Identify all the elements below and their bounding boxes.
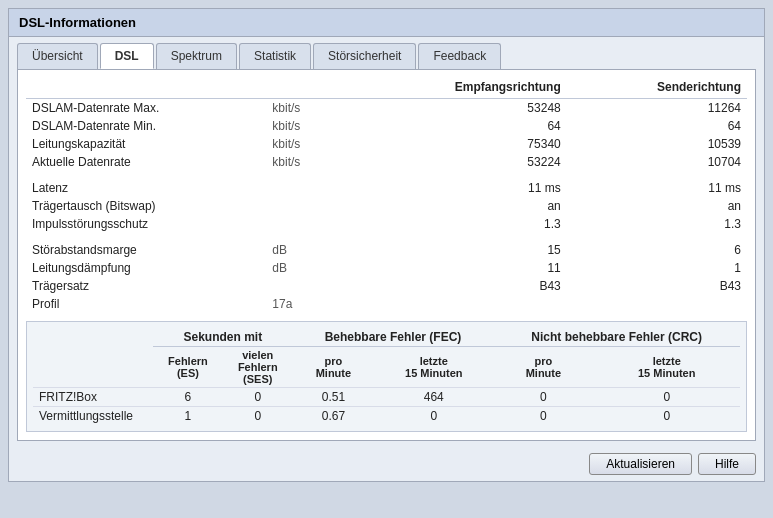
- section-gap: [26, 233, 747, 241]
- tab-bar: Übersicht DSL Spektrum Statistik Störsic…: [9, 37, 764, 69]
- bottom-table-row: FRITZ!Box 6 0 0.51 464 0 0: [33, 388, 740, 407]
- bottom-stats-wrapper: Sekunden mit Behebbare Fehler (FEC) Nich…: [26, 321, 747, 432]
- table-row: Impulsstörungsschutz 1.3 1.3: [26, 215, 747, 233]
- ses-header: vielenFehlern(SES): [223, 347, 293, 388]
- help-button[interactable]: Hilfe: [698, 453, 756, 475]
- table-row: Trägertausch (Bitswap) an an: [26, 197, 747, 215]
- nicht-behebbar-header: Nicht behebbare Fehler (CRC): [493, 328, 740, 347]
- table-row: Profil 17a: [26, 295, 747, 313]
- bottom-header-row2: Fehlern(ES) vielenFehlern(SES) proMinute…: [33, 347, 740, 388]
- table-row: Leitungsdämpfung dB 11 1: [26, 259, 747, 277]
- table-header-row: Empfangsrichtung Senderichtung: [26, 78, 747, 99]
- refresh-button[interactable]: Aktualisieren: [589, 453, 692, 475]
- senderichtung-header: Senderichtung: [567, 78, 747, 99]
- es-header: Fehlern(ES): [153, 347, 223, 388]
- behebbar-header: Behebbare Fehler (FEC): [293, 328, 494, 347]
- window-title: DSL-Informationen: [9, 9, 764, 37]
- tab-stoersicherheit[interactable]: Störsicherheit: [313, 43, 416, 69]
- main-window: DSL-Informationen Übersicht DSL Spektrum…: [8, 8, 765, 482]
- table-row: Leitungskapazität kbit/s 75340 10539: [26, 135, 747, 153]
- tab-uebersicht[interactable]: Übersicht: [17, 43, 98, 69]
- tab-spektrum[interactable]: Spektrum: [156, 43, 237, 69]
- tab-dsl[interactable]: DSL: [100, 43, 154, 69]
- sekunden-header: Sekunden mit: [153, 328, 293, 347]
- dsl-info-table: Empfangsrichtung Senderichtung DSLAM-Dat…: [26, 78, 747, 313]
- bottom-table-row: Vermittlungsstelle 1 0 0.67 0 0 0: [33, 407, 740, 426]
- section-gap: [26, 171, 747, 179]
- table-row: Aktuelle Datenrate kbit/s 53224 10704: [26, 153, 747, 171]
- table-row: Trägersatz B43 B43: [26, 277, 747, 295]
- tab-feedback[interactable]: Feedback: [418, 43, 501, 69]
- tab-statistik[interactable]: Statistik: [239, 43, 311, 69]
- bottom-stats-table: Sekunden mit Behebbare Fehler (FEC) Nich…: [33, 328, 740, 425]
- content-area: Empfangsrichtung Senderichtung DSLAM-Dat…: [17, 69, 756, 441]
- fec-pro-header: proMinute: [293, 347, 374, 388]
- empfangsrichtung-header: Empfangsrichtung: [338, 78, 566, 99]
- crc-letzte-header: letzte15 Minuten: [593, 347, 740, 388]
- table-row: DSLAM-Datenrate Min. kbit/s 64 64: [26, 117, 747, 135]
- crc-pro-header: proMinute: [493, 347, 593, 388]
- fec-letzte-header: letzte15 Minuten: [374, 347, 493, 388]
- bottom-header-row1: Sekunden mit Behebbare Fehler (FEC) Nich…: [33, 328, 740, 347]
- table-row: DSLAM-Datenrate Max. kbit/s 53248 11264: [26, 99, 747, 118]
- table-row: Latenz 11 ms 11 ms: [26, 179, 747, 197]
- footer: Aktualisieren Hilfe: [9, 449, 764, 481]
- table-row: Störabstandsmarge dB 15 6: [26, 241, 747, 259]
- title-text: DSL-Informationen: [19, 15, 136, 30]
